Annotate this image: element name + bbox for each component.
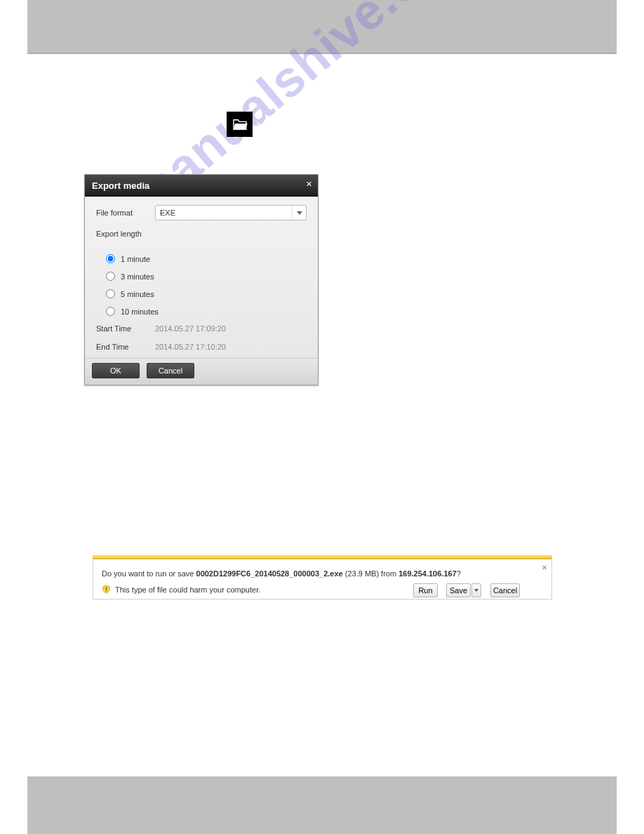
chevron-down-icon [292, 206, 306, 220]
section-heading: Exporting Recorded Video [84, 84, 199, 95]
export-folder-icon [227, 112, 253, 137]
radio-input-5min[interactable] [106, 289, 115, 298]
ok-button[interactable]: OK [92, 363, 140, 378]
ie-download-bar: ✕ Do you want to run or save 0002D1299FC… [93, 559, 552, 600]
file-format-row: File format EXE [96, 205, 307, 220]
end-time-row: End Time 2014.05.27 17:10:20 [96, 343, 307, 351]
ie-warning-row: This type of file could harm your comput… [102, 585, 260, 594]
end-time-label: End Time [96, 343, 155, 351]
start-time-value: 2014.05.27 17:09:20 [155, 324, 226, 333]
file-format-select[interactable]: EXE [155, 205, 307, 220]
export-length-row: Export length [96, 226, 307, 241]
svg-rect-1 [106, 590, 107, 591]
start-time-row: Start Time 2014.05.27 17:09:20 [96, 324, 307, 333]
file-format-value: EXE [160, 208, 175, 217]
radio-label-5min: 5 minutes [121, 290, 154, 298]
save-dropdown-button[interactable] [471, 583, 481, 597]
svg-rect-0 [106, 587, 107, 590]
folder-open-icon [232, 118, 248, 131]
radio-input-3min[interactable] [106, 272, 115, 281]
radio-label-3min: 3 minutes [121, 272, 154, 281]
intro-text-after: button to export recorded video or a sna… [257, 119, 471, 132]
close-icon[interactable]: ✕ [542, 564, 547, 571]
ie-q-prefix: Do you want to run or save [102, 569, 196, 578]
radio-label-1min: 1 minute [121, 255, 150, 263]
dialog-footer: OK Cancel [85, 358, 318, 385]
page-header-bar [27, 0, 617, 54]
close-icon[interactable]: ✕ [306, 180, 312, 189]
export-length-label: Export length [96, 230, 155, 238]
radio-10-minutes[interactable]: 10 minutes [106, 307, 307, 316]
intro-text-before: Click the [84, 119, 119, 132]
radio-5-minutes[interactable]: 5 minutes [106, 289, 307, 298]
ie-warning-text: This type of file could harm your comput… [115, 585, 260, 594]
radio-label-10min: 10 minutes [121, 307, 159, 316]
dialog-title: Export media [92, 180, 149, 191]
radio-input-10min[interactable] [106, 307, 115, 316]
dialog-titlebar: Export media ✕ [85, 175, 318, 197]
cancel-button[interactable]: Cancel [490, 583, 520, 597]
end-time-value: 2014.05.27 17:10:20 [155, 343, 226, 351]
ie-download-question: Do you want to run or save 0002D1299FC6_… [102, 569, 461, 578]
save-button[interactable]: Save [446, 583, 471, 597]
cancel-button[interactable]: Cancel [147, 363, 194, 378]
dialog-body: File format EXE Export length 1 minute 3… [85, 197, 318, 358]
export-media-dialog: Export media ✕ File format EXE Export le… [84, 174, 318, 385]
run-button[interactable]: Run [413, 583, 438, 597]
file-format-label: File format [96, 208, 155, 217]
page-footer-bar [27, 776, 617, 834]
ie-q-host: 169.254.106.167 [398, 569, 457, 578]
ie-q-filename: 0002D1299FC6_20140528_000003_2.exe [196, 569, 343, 578]
export-length-options: 1 minute 3 minutes 5 minutes 10 minutes [106, 254, 307, 316]
start-time-label: Start Time [96, 324, 155, 333]
shield-warning-icon [102, 585, 111, 594]
chevron-down-icon [474, 589, 478, 592]
ie-q-size: (23.9 MB) from [343, 569, 398, 578]
radio-3-minutes[interactable]: 3 minutes [106, 272, 307, 281]
ie-q-suffix: ? [457, 569, 461, 578]
radio-input-1min[interactable] [106, 254, 115, 263]
radio-1-minute[interactable]: 1 minute [106, 254, 307, 263]
